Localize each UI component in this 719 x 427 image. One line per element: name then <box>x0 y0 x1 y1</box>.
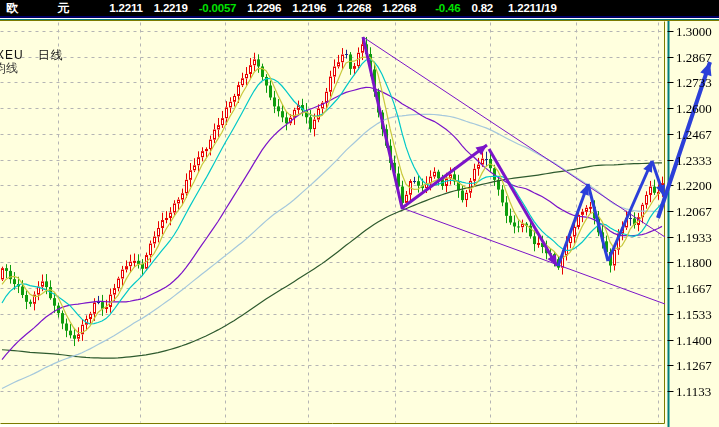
y-axis-label: 1.1800 <box>676 255 712 271</box>
y-axis-label: 1.3000 <box>676 24 712 40</box>
quote-field: -0.0057 <box>199 2 237 14</box>
quote-field: 1.2211/19 <box>508 2 557 14</box>
quote-field: 1.2196 <box>292 2 326 14</box>
y-axis-label: 1.2733 <box>676 75 712 91</box>
trading-app-window: { "topbar": { "name": "欧 元", "fields": [… <box>0 0 719 427</box>
y-axis-label: 1.1267 <box>676 358 712 374</box>
instrument-name: 欧 元 <box>6 0 87 17</box>
y-axis-label: 1.2867 <box>676 50 712 66</box>
quote-field: -0.46 <box>435 2 460 14</box>
y-axis-label: 1.2200 <box>676 178 712 194</box>
y-axis-label: 1.1533 <box>676 307 712 323</box>
y-axis-label: 1.1400 <box>676 333 712 349</box>
quote-field: 1.2268 <box>337 2 371 14</box>
period-label: 日线 <box>38 48 64 62</box>
y-axis-label: 1.2067 <box>676 204 712 220</box>
y-axis-label: 1.2333 <box>676 153 712 169</box>
bar-olive-divider <box>0 20 719 21</box>
quote-field: 1.2219 <box>154 2 188 14</box>
quote-field: 1.2211 <box>109 2 142 14</box>
y-axis-label: 1.1667 <box>676 281 712 297</box>
quote-field: 1.2268 <box>382 2 416 14</box>
y-axis-label: 1.2467 <box>676 127 712 143</box>
quote-field: 1.2296 <box>247 2 281 14</box>
y-axis-label: 1.1933 <box>676 230 712 246</box>
quote-field: 0.82 <box>471 2 493 14</box>
y-axis-label: 1.2600 <box>676 101 712 117</box>
y-axis-label: 1.1133 <box>676 384 711 400</box>
ma-caption: 均线 <box>0 60 18 77</box>
chart-canvas[interactable] <box>0 0 719 427</box>
quote-bar: 欧 元 1.22111.2219-0.00571.22961.21961.226… <box>0 0 719 16</box>
